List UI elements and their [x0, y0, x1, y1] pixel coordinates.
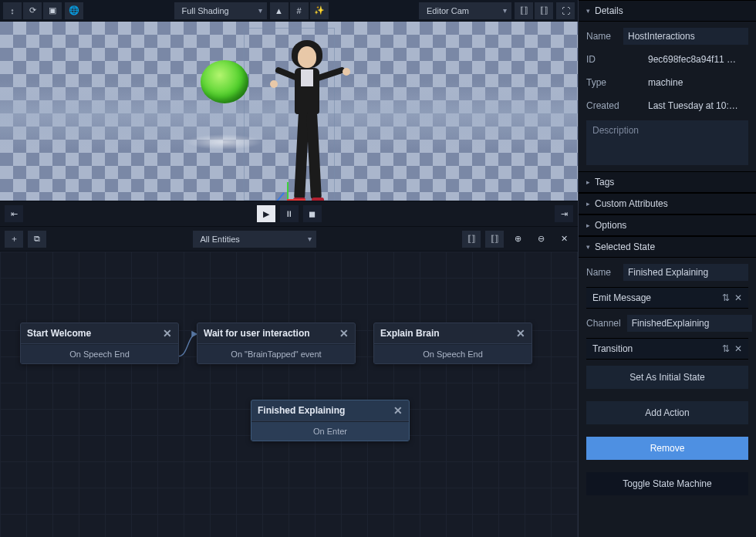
tool-globe-icon[interactable]: 🌐 — [65, 2, 83, 19]
state-node-transition[interactable]: On Enter — [251, 421, 409, 441]
shading-mode-dropdown[interactable]: Full Shading — [174, 2, 267, 19]
panel-options-header[interactable]: Options — [579, 214, 756, 236]
add-action-button[interactable]: Add Action — [586, 401, 748, 424]
zoom-in-icon[interactable]: ⊕ — [508, 231, 527, 248]
remove-action-icon[interactable]: ✕ — [734, 343, 742, 354]
channel-label: Channel — [586, 318, 621, 329]
tool-sync-icon[interactable]: ⟳ — [23, 2, 42, 19]
close-icon[interactable]: ✕ — [339, 328, 349, 339]
scene-object-host-character — [259, 37, 352, 201]
emit-message-header[interactable]: Emit Message ⇅ ✕ — [586, 287, 748, 309]
tool-image-icon[interactable]: ▲ — [270, 2, 289, 19]
state-node-title: Wait for user interaction — [204, 328, 310, 339]
fit-all-icon[interactable]: ⟦⟧ — [485, 231, 504, 248]
state-node-title: Start Welcome — [27, 328, 91, 339]
panel-details-body: Name ID 9ec698fec8a94f11 … Type machine … — [579, 22, 756, 171]
scene-object-brain — [201, 60, 248, 103]
transform-gizmo[interactable] — [276, 182, 299, 201]
state-node-transition[interactable]: On Speech End — [21, 344, 178, 363]
close-panel-icon[interactable]: ✕ — [555, 231, 573, 248]
channel-input[interactable] — [627, 315, 752, 332]
reorder-icon[interactable]: ⇅ — [722, 343, 730, 354]
panel-selected-state-header[interactable]: Selected State — [579, 236, 756, 258]
panel-tags-header[interactable]: Tags — [579, 171, 756, 193]
viewport-toolbar: ↕ ⟳ ▣ 🌐 Full Shading ▲ # ✨ Editor Cam ⟦⟧… — [0, 0, 578, 22]
state-name-label: Name — [586, 267, 617, 278]
details-id-label: ID — [586, 54, 637, 65]
fullscreen-icon[interactable]: ⛶ — [556, 2, 575, 19]
details-name-input[interactable] — [623, 28, 748, 45]
state-node-transition[interactable]: On "BrainTapped" event — [197, 344, 355, 363]
emit-message-label: Emit Message — [592, 292, 651, 303]
remove-action-icon[interactable]: ✕ — [734, 292, 742, 303]
state-node-startWelcome[interactable]: Start Welcome✕On Speech End — [20, 323, 179, 364]
close-icon[interactable]: ✕ — [393, 405, 403, 416]
fit-selected-icon[interactable]: ⟦⟧ — [462, 231, 481, 248]
playback-bar: ⇤ ▶ ⏸ ◼ ⇥ — [0, 201, 578, 227]
zoom-out-icon[interactable]: ⊖ — [532, 231, 550, 248]
tool-translate-icon[interactable]: ↕ — [3, 2, 22, 19]
focus-out-icon[interactable]: ⟦⟧ — [535, 2, 553, 19]
panel-details-header[interactable]: Details — [579, 0, 756, 22]
details-name-label: Name — [586, 31, 617, 42]
entities-toolbar: ＋ ⧉ All Entities ⟦⟧ ⟦⟧ ⊕ ⊖ ✕ — [0, 227, 578, 252]
state-name-input[interactable] — [623, 264, 748, 281]
details-type-label: Type — [586, 77, 637, 88]
focus-in-icon[interactable]: ⟦⟧ — [515, 2, 533, 19]
transition-header[interactable]: Transition ⇅ ✕ — [586, 338, 748, 360]
details-created-label: Created — [586, 100, 637, 111]
pause-button[interactable]: ⏸ — [280, 205, 299, 222]
details-created-value: Last Tuesday at 10:… — [643, 97, 748, 114]
duplicate-entity-button[interactable]: ⧉ — [28, 231, 46, 248]
close-icon[interactable]: ✕ — [163, 328, 172, 339]
close-icon[interactable]: ✕ — [516, 328, 525, 339]
stop-button[interactable]: ◼ — [303, 205, 322, 222]
transition-label: Transition — [592, 343, 633, 354]
panel-selected-state-body: Name Emit Message ⇅ ✕ Channel Transition… — [579, 258, 756, 466]
inspector-sidebar: Details Name ID 9ec698fec8a94f11 … Type … — [578, 0, 756, 537]
remove-state-button[interactable]: Remove — [586, 437, 748, 460]
state-machine-graph[interactable]: Start Welcome✕On Speech EndWait for user… — [0, 252, 578, 537]
state-node-finishedExpl[interactable]: Finished Explaining✕On Enter — [251, 400, 410, 441]
tool-frame-icon[interactable]: ▣ — [43, 2, 62, 19]
state-node-title: Explain Brain — [380, 328, 440, 339]
camera-dropdown[interactable]: Editor Cam — [419, 2, 511, 19]
details-type-value: machine — [643, 74, 748, 91]
state-node-title: Finished Explaining — [258, 405, 345, 416]
viewport-3d[interactable] — [0, 22, 578, 201]
reorder-icon[interactable]: ⇅ — [722, 292, 730, 303]
state-node-explainBrain[interactable]: Explain Brain✕On Speech End — [373, 323, 532, 364]
state-node-waitUser[interactable]: Wait for user interaction✕On "BrainTappe… — [197, 323, 356, 364]
tool-fx-icon[interactable]: ✨ — [310, 2, 329, 19]
set-initial-state-button[interactable]: Set As Initial State — [586, 366, 748, 389]
tool-grid-icon[interactable]: # — [290, 2, 309, 19]
toggle-state-machine-button[interactable]: Toggle State Machine — [586, 472, 748, 495]
step-forward-icon[interactable]: ⇥ — [555, 205, 573, 222]
details-id-value: 9ec698fec8a94f11 … — [643, 51, 748, 68]
entities-filter-dropdown[interactable]: All Entities — [193, 231, 316, 248]
step-back-icon[interactable]: ⇤ — [5, 205, 23, 222]
panel-custom-attributes-header[interactable]: Custom Attributes — [579, 193, 756, 214]
play-button[interactable]: ▶ — [257, 205, 275, 222]
state-node-transition[interactable]: On Speech End — [374, 344, 532, 363]
details-description-input[interactable]: Description — [586, 120, 748, 165]
add-entity-button[interactable]: ＋ — [5, 231, 23, 248]
